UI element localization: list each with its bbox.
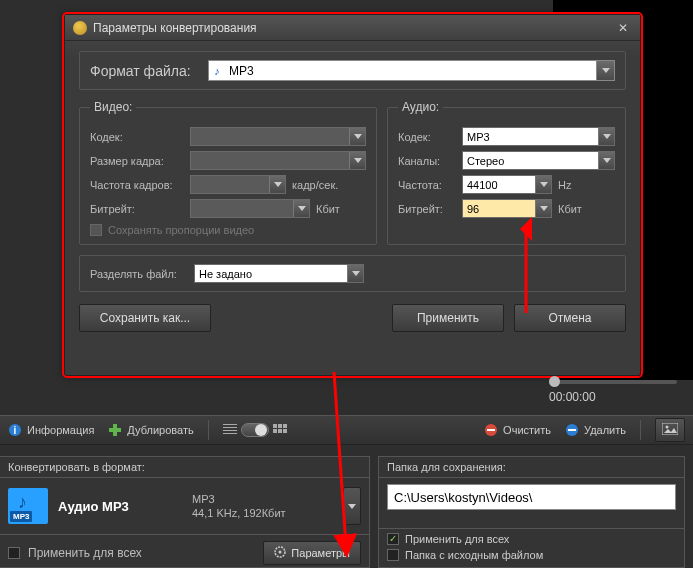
svg-point-11 — [279, 551, 282, 554]
mp3-format-icon: ♪ MP3 — [8, 488, 48, 524]
timeline-slider[interactable] — [549, 380, 677, 384]
chevron-down-icon[interactable] — [349, 128, 365, 145]
apply-all-left-label: Применить для всех — [28, 546, 142, 560]
gear-icon — [274, 546, 286, 560]
video-framerate-label: Частота кадров: — [90, 179, 184, 191]
audio-channels-combo[interactable]: Стерео — [462, 151, 615, 170]
video-codec-label: Кодек: — [90, 131, 184, 143]
split-file-row: Разделять файл: Не задано — [79, 255, 626, 292]
player-timeline: 00:00:00 — [549, 380, 677, 404]
conversion-parameters-dialog: Параметры конвертирования ✕ Формат файла… — [64, 14, 641, 376]
split-file-combo[interactable]: Не задано — [194, 264, 364, 283]
keep-aspect-row: Сохранять пропорции видео — [90, 224, 366, 236]
slider-thumb[interactable] — [549, 376, 560, 387]
view-mode-toggle[interactable] — [223, 423, 287, 437]
video-group: Видео: Кодек: Размер кадра: Частота кадр… — [79, 100, 377, 245]
file-format-combo[interactable]: ♪ MP3 — [208, 60, 615, 81]
delete-icon — [565, 423, 579, 437]
chevron-down-icon[interactable] — [535, 176, 551, 193]
info-button[interactable]: i Информация — [8, 423, 94, 437]
save-folder-head: Папка для сохранения: — [379, 457, 684, 478]
audio-freq-unit: Hz — [558, 179, 578, 191]
cancel-button[interactable]: Отмена — [514, 304, 626, 332]
audio-channels-label: Каналы: — [398, 155, 456, 167]
svg-rect-7 — [568, 429, 576, 431]
format-title: Аудио MP3 — [58, 499, 182, 514]
dialog-titlebar: Параметры конвертирования ✕ — [65, 15, 640, 41]
svg-text:i: i — [14, 425, 17, 436]
chevron-down-icon[interactable] — [535, 200, 551, 217]
chevron-down-icon[interactable] — [347, 265, 363, 282]
chevron-down-icon[interactable] — [293, 200, 309, 217]
parameters-button[interactable]: Параметры — [263, 541, 361, 565]
timecode: 00:00:00 — [549, 390, 596, 404]
clear-icon — [484, 423, 498, 437]
chevron-down-icon[interactable] — [349, 152, 365, 169]
chevron-down-icon[interactable] — [598, 128, 614, 145]
save-as-button[interactable]: Сохранить как... — [79, 304, 211, 332]
file-format-value: MP3 — [225, 64, 596, 78]
chevron-down-icon[interactable] — [596, 61, 614, 80]
audio-freq-combo[interactable]: 44100 — [462, 175, 552, 194]
video-legend: Видео: — [90, 100, 136, 114]
video-framesize-combo[interactable] — [190, 151, 366, 170]
audio-bitrate-unit: Кбит — [558, 203, 586, 215]
chevron-down-icon[interactable] — [269, 176, 285, 193]
same-folder-label: Папка с исходным файлом — [405, 549, 543, 561]
keep-aspect-label: Сохранять пропорции видео — [108, 224, 254, 236]
format-spec: 44,1 KHz, 192Кбит — [192, 506, 286, 520]
audio-group: Аудио: Кодек: MP3 Каналы: Стерео Частота… — [387, 100, 626, 245]
toolbar: i Информация Дублировать Очистить Удалит… — [0, 415, 693, 445]
chevron-down-icon[interactable] — [598, 152, 614, 169]
format-codec: MP3 — [192, 492, 286, 506]
list-view-icon — [223, 424, 237, 436]
format-card[interactable]: ♪ MP3 Аудио MP3 MP3 44,1 KHz, 192Кбит — [8, 484, 361, 528]
file-format-label: Формат файла: — [90, 63, 198, 79]
file-format-row: Формат файла: ♪ MP3 — [79, 51, 626, 90]
video-codec-combo[interactable] — [190, 127, 366, 146]
grid-view-icon — [273, 424, 287, 436]
toggle-switch[interactable] — [241, 423, 269, 437]
app-icon — [73, 21, 87, 35]
audio-legend: Аудио: — [398, 100, 443, 114]
music-note-icon: ♪ — [18, 492, 27, 513]
convert-to-head: Конвертировать в формат: — [0, 457, 369, 478]
duplicate-button[interactable]: Дублировать — [108, 423, 193, 437]
save-folder-panel: Папка для сохранения: C:\Users\kostyn\Vi… — [378, 456, 685, 568]
apply-all-right-label: Применить для всех — [405, 533, 509, 545]
plus-icon — [108, 423, 122, 437]
format-dropdown-button[interactable] — [343, 487, 361, 525]
video-bitrate-combo[interactable] — [190, 199, 310, 218]
screenshot-button[interactable] — [655, 418, 685, 442]
same-folder-checkbox[interactable] — [387, 549, 399, 561]
apply-all-right-checkbox[interactable] — [387, 533, 399, 545]
audio-bitrate-combo[interactable]: 96 — [462, 199, 552, 218]
video-framerate-combo[interactable] — [190, 175, 286, 194]
keep-aspect-checkbox[interactable] — [90, 224, 102, 236]
audio-bitrate-label: Битрейт: — [398, 203, 456, 215]
apply-button[interactable]: Применить — [392, 304, 504, 332]
svg-point-9 — [666, 425, 669, 428]
music-note-icon: ♪ — [209, 65, 225, 77]
divider — [208, 420, 209, 440]
close-icon[interactable]: ✕ — [614, 20, 632, 36]
clear-button[interactable]: Очистить — [484, 423, 551, 437]
divider — [640, 420, 641, 440]
image-icon — [662, 423, 678, 438]
dialog-title: Параметры конвертирования — [93, 21, 608, 35]
save-path-input[interactable]: C:\Users\kostyn\Videos\ — [387, 484, 676, 510]
audio-freq-label: Частота: — [398, 179, 456, 191]
svg-rect-8 — [662, 423, 678, 435]
split-file-label: Разделять файл: — [90, 268, 184, 280]
convert-to-panel: Конвертировать в формат: ♪ MP3 Аудио MP3… — [0, 456, 370, 568]
video-bitrate-unit: Кбит — [316, 203, 366, 215]
apply-all-left-checkbox[interactable] — [8, 547, 20, 559]
svg-rect-3 — [109, 428, 121, 432]
audio-codec-combo[interactable]: MP3 — [462, 127, 615, 146]
info-icon: i — [8, 423, 22, 437]
svg-rect-5 — [487, 429, 495, 431]
framerate-unit: кадр/сек. — [292, 179, 342, 191]
delete-button[interactable]: Удалить — [565, 423, 626, 437]
audio-codec-label: Кодек: — [398, 131, 456, 143]
video-framesize-label: Размер кадра: — [90, 155, 184, 167]
